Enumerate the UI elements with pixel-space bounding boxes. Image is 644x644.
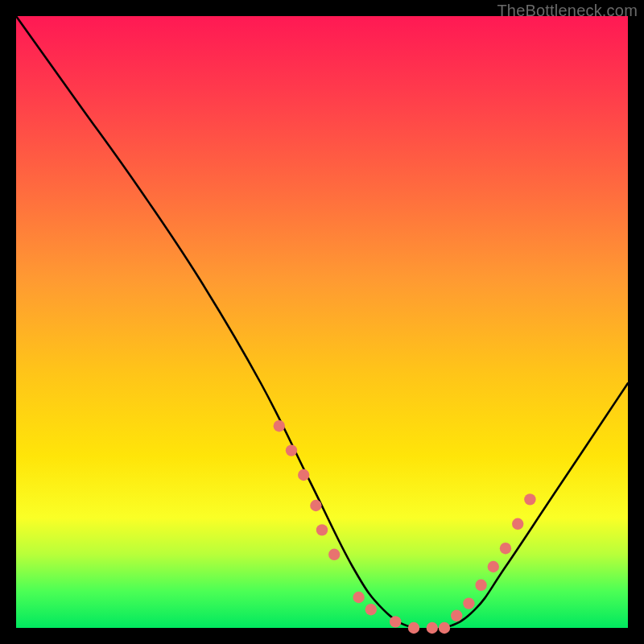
highlight-dot	[408, 622, 419, 634]
highlight-dot	[427, 622, 438, 634]
plot-area	[16, 16, 628, 628]
highlight-dot	[451, 610, 462, 621]
highlight-dot	[353, 592, 364, 603]
chart-stage: TheBottleneck.com	[0, 0, 644, 644]
highlight-dot	[439, 622, 450, 634]
highlight-dot	[365, 604, 377, 615]
bottleneck-curve	[16, 16, 628, 630]
highlight-dot	[298, 469, 309, 481]
highlight-dots-group	[274, 420, 536, 634]
curve-layer	[16, 16, 628, 628]
highlight-dot	[524, 493, 535, 505]
highlight-dot	[500, 543, 511, 554]
highlight-dot	[475, 580, 486, 591]
highlight-dot	[328, 549, 340, 560]
highlight-dot	[274, 420, 285, 431]
highlight-dot	[286, 444, 297, 456]
highlight-dot	[488, 561, 499, 572]
highlight-dot	[463, 597, 474, 609]
highlight-dot	[390, 616, 401, 627]
highlight-dot	[512, 518, 523, 530]
highlight-dot	[316, 524, 328, 535]
highlight-dot	[310, 500, 321, 511]
